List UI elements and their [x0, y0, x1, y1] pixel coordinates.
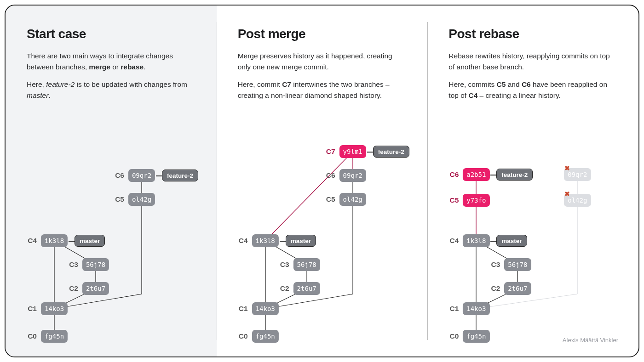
- column-post-rebase: Post rebase Rebase rewrites history, rea…: [427, 6, 638, 356]
- merge-graph: C0 fg45n C1 14ko3 C2 2t6u7 C3 56j78 C4 i…: [238, 134, 411, 345]
- start-description: There are two main ways to integrate cha…: [27, 51, 196, 101]
- merge-c1-hash: 14ko3: [252, 302, 279, 315]
- rebase-c5-label: C5: [450, 196, 464, 204]
- merge-title: Post merge: [238, 27, 407, 41]
- rebase-c6-label: C6: [450, 170, 464, 179]
- start-c2-label: C2: [69, 284, 83, 293]
- merge-feature2-tag: feature-2: [373, 146, 409, 158]
- rebase-master-tag: master: [496, 235, 527, 247]
- merge-p2: Here, commit C7 intertwines the two bran…: [238, 79, 407, 101]
- column-post-merge: Post merge Merge preserves history as it…: [217, 6, 428, 356]
- start-master-tag: master: [75, 235, 105, 247]
- column-start-case: Start case There are two main ways to in…: [6, 6, 217, 356]
- rebase-p2: Here, commits C5 and C6 have been reappl…: [448, 79, 617, 101]
- merge-master-tag: master: [286, 235, 316, 247]
- rebase-c6-hash: a2b51: [463, 168, 489, 181]
- merge-p1: Merge preserves history as it happened, …: [238, 51, 407, 73]
- start-graph: C0 fg45n C1 14ko3 C2 2t6u7 C3 56j78 C4 i…: [27, 134, 200, 345]
- merge-c3-label: C3: [280, 260, 294, 269]
- rebase-graph: C0 fg45n C1 14ko3 C2 2t6u7 C3 56j78 C4 i…: [448, 134, 622, 345]
- rebase-feature2-tag: feature-2: [496, 169, 533, 181]
- start-c6-hash: 09qr2: [128, 169, 155, 182]
- rebase-title: Post rebase: [448, 27, 617, 41]
- merge-description: Merge preserves history as it happened, …: [238, 51, 407, 101]
- start-c1-hash: 14ko3: [41, 302, 68, 315]
- start-c2-hash: 2t6u7: [82, 282, 109, 295]
- merge-c4-label: C4: [239, 237, 253, 245]
- start-p1: There are two main ways to integrate cha…: [27, 51, 196, 73]
- merge-c3-hash: 56j78: [293, 258, 320, 271]
- rebase-c4-hash: ik3l8: [463, 234, 489, 247]
- start-c5-label: C5: [115, 195, 129, 204]
- merge-c7-hash: y9lm1: [339, 145, 366, 158]
- start-c6-label: C6: [115, 171, 129, 180]
- start-c0-hash: fg45n: [41, 330, 68, 343]
- rebase-p1: Rebase rewrites history, reapplying comm…: [448, 51, 617, 73]
- merge-c7-label: C7: [326, 147, 340, 156]
- rebase-c5-hash: y73fo: [463, 194, 489, 207]
- diagram-frame: Start case There are two main ways to in…: [5, 5, 639, 357]
- merge-c1-label: C1: [239, 305, 253, 313]
- start-c4-label: C4: [28, 237, 41, 245]
- merge-c2-hash: 2t6u7: [293, 282, 320, 295]
- merge-c6-label: C6: [326, 171, 340, 180]
- start-c3-hash: 56j78: [82, 258, 109, 271]
- rebase-c2-hash: 2t6u7: [504, 282, 531, 295]
- merge-c0-label: C0: [239, 332, 253, 340]
- rebase-c0-label: C0: [450, 332, 464, 340]
- start-c5-hash: ol42g: [128, 193, 155, 206]
- start-feature2-tag: feature-2: [162, 170, 198, 181]
- start-c4-hash: ik3l8: [41, 234, 68, 247]
- merge-c4-hash: ik3l8: [252, 234, 279, 247]
- start-title: Start case: [27, 27, 196, 41]
- rebase-c1-hash: 14ko3: [463, 302, 489, 315]
- cross-icon: ✖: [564, 164, 570, 172]
- cross-icon: ✖: [564, 190, 570, 198]
- merge-c5-label: C5: [326, 195, 340, 204]
- start-c1-label: C1: [28, 305, 41, 313]
- merge-c2-label: C2: [280, 284, 294, 293]
- merge-c0-hash: fg45n: [252, 330, 279, 343]
- rebase-c2-label: C2: [491, 284, 505, 293]
- merge-c5-hash: ol42g: [339, 193, 366, 206]
- start-p2: Here, feature-2 is to be updated with ch…: [27, 79, 196, 101]
- rebase-description: Rebase rewrites history, reapplying comm…: [448, 51, 617, 101]
- rebase-c0-hash: fg45n: [463, 330, 489, 343]
- start-c0-label: C0: [28, 332, 41, 340]
- rebase-c3-hash: 56j78: [504, 258, 531, 271]
- attribution: Alexis Määttä Vinkler: [563, 337, 618, 344]
- start-c3-label: C3: [69, 260, 83, 269]
- merge-c6-hash: 09qr2: [339, 169, 366, 182]
- rebase-c4-label: C4: [450, 237, 464, 245]
- rebase-c3-label: C3: [491, 260, 505, 269]
- rebase-c1-label: C1: [450, 305, 464, 313]
